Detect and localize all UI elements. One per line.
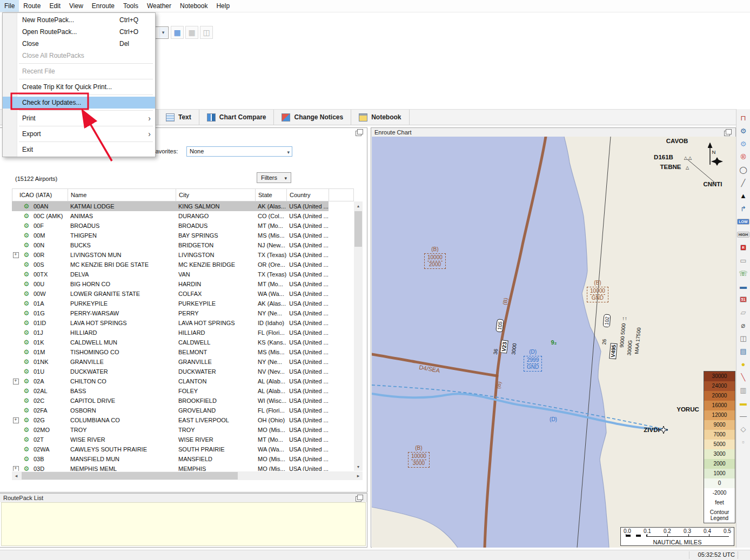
split-window-icon[interactable]: ◫: [738, 332, 749, 345]
enroute-chart-map[interactable]: CAVOBD161B△ △TEBNE△NCNNTI(B)(B)D4/SEA105…: [372, 137, 736, 548]
file-menu-item-close[interactable]: CloseDel: [3, 38, 155, 50]
vertical-scroll-thumb[interactable]: [354, 211, 362, 247]
phone-icon[interactable]: ☏: [738, 267, 749, 280]
highlighter-icon[interactable]: ▬: [738, 396, 749, 409]
airport-row-01k[interactable]: ⚙01KCALDWELL MUNCALDWELLKS (Kans...USA (…: [12, 338, 329, 347]
tab-text[interactable]: Text: [158, 110, 199, 125]
airport-row-00r[interactable]: +⚙00RLIVINGSTON MUNLIVINGSTONTX (Texas)U…: [12, 250, 329, 260]
expand-icon[interactable]: +: [13, 379, 19, 384]
file-menu-item-check-for-updates[interactable]: Check for Updates...: [3, 97, 155, 109]
combobox-arrow-icon[interactable]: [159, 28, 168, 38]
level-tool-icon[interactable]: ▬: [738, 280, 749, 293]
diamond-tool-icon[interactable]: ◇: [738, 422, 749, 435]
airport-row-02wa[interactable]: ⚙02WACAWLEYS SOUTH PRAIRIESOUTH PRAIRIEW…: [12, 444, 329, 454]
airport-row-03d[interactable]: +⚙03DMEMPHIS MEMLMEMPHISMO (Mis...USA (U…: [12, 464, 329, 471]
routepack-list-content[interactable]: [1, 502, 366, 546]
favorites-dropdown[interactable]: None: [186, 146, 292, 157]
range-circle-icon[interactable]: ◯: [738, 163, 749, 176]
file-menu-item-print[interactable]: Print›: [3, 112, 155, 124]
draw-line-icon[interactable]: ╱: [738, 176, 749, 189]
airport-row-01j[interactable]: ⚙01JHILLIARDHILLIARDFL (Flori...USA (Uni…: [12, 328, 329, 338]
red-pencil-icon[interactable]: ╲: [738, 370, 749, 383]
airport-row-00w[interactable]: ⚙00WLOWER GRANITE STATECOLFAXWA (Wa...US…: [12, 289, 329, 299]
profile-chart-icon[interactable]: ▤: [738, 345, 749, 357]
separator-line-icon[interactable]: —: [738, 409, 749, 422]
airport-row-02al[interactable]: ⚙02ALBASSFOLEYAL (Alab...USA (United ...: [12, 386, 329, 396]
toolbar-chart-tool-button[interactable]: ▦: [185, 26, 198, 39]
table-vertical-scrollbar[interactable]: [354, 201, 363, 471]
ruler-icon[interactable]: ▭: [738, 254, 749, 267]
airport-row-02c[interactable]: ⚙02CCAPITOL DRIVEBROOKFIELDWI (Wisc...US…: [12, 396, 329, 406]
file-menu-item-export[interactable]: Export›: [3, 128, 155, 140]
tab-change-notices[interactable]: Change Notices: [274, 110, 351, 125]
airport-row-01g[interactable]: ⚙01GPERRY-WARSAWPERRYNY (Ne...USA (Unite…: [12, 308, 329, 318]
menu-enroute[interactable]: Enroute: [88, 0, 119, 12]
expand-icon[interactable]: +: [13, 417, 19, 423]
route-tool-icon[interactable]: ↱: [738, 202, 749, 215]
registered-symbol-icon[interactable]: ®: [738, 150, 749, 163]
menu-file[interactable]: File: [0, 0, 19, 12]
north-arrow-icon[interactable]: ▲: [738, 189, 749, 202]
horizontal-scroll-thumb[interactable]: [22, 472, 238, 480]
small-box-icon[interactable]: ▫: [738, 435, 749, 448]
menu-tools[interactable]: Tools: [119, 0, 143, 12]
column-header-city[interactable]: City: [176, 189, 256, 201]
menu-view[interactable]: View: [65, 0, 88, 12]
column-header-country[interactable]: Country: [287, 189, 329, 201]
row-expand-cell[interactable]: +: [12, 466, 19, 471]
high-altitude-chart-icon[interactable]: HIGH: [738, 228, 749, 241]
menu-route[interactable]: Route: [19, 0, 45, 12]
float-window-icon[interactable]: [724, 131, 730, 136]
airport-row-00m[interactable]: ⚙00MTHIGPENBAY SPRINGSMS (Mis...USA (Uni…: [12, 231, 329, 240]
grid-tool-icon[interactable]: ▥: [738, 383, 749, 396]
column-header-state[interactable]: State: [256, 189, 287, 201]
airport-row-00s[interactable]: ⚙00SMC KENZIE BRI DGE STATEMC KENZIE BRI…: [12, 260, 329, 269]
notes-51-icon[interactable]: 51: [738, 293, 749, 306]
column-header-icao-iata[interactable]: ICAO (IATA): [12, 189, 68, 201]
tab-chart-compare[interactable]: Chart Compare: [199, 110, 274, 125]
toolbar-layers-tool-button[interactable]: ◫: [200, 26, 213, 39]
route-settings-icon[interactable]: ⚙: [738, 124, 749, 137]
magnet-icon[interactable]: ⊓: [738, 111, 749, 124]
airport-row-00c-amk[interactable]: ⚙00C (AMK)ANIMASDURANGOCO (Col...USA (Un…: [12, 211, 329, 221]
airport-row-02g[interactable]: +⚙02GCOLUMBIANA COEAST LIVERPOOLOH (Ohio…: [12, 415, 329, 425]
low-altitude-chart-icon[interactable]: LOW: [738, 215, 749, 228]
yellow-marker-icon[interactable]: ●: [738, 357, 749, 370]
airport-row-02mo[interactable]: ⚙02MOTROYTROYMO (Mis...USA (United ...: [12, 425, 329, 435]
eraser-icon[interactable]: ▱: [738, 306, 749, 319]
scroll-right-icon[interactable]: [354, 471, 363, 480]
airport-row-01u[interactable]: ⚙01UDUCKWATERDUCKWATERNV (Nev...USA (Uni…: [12, 367, 329, 376]
airport-row-00u[interactable]: ⚙00UBIG HORN COHARDINMT (Mo...USA (Unite…: [12, 279, 329, 289]
scroll-up-icon[interactable]: [354, 201, 363, 210]
row-expand-cell[interactable]: +: [12, 252, 19, 258]
row-expand-cell[interactable]: +: [12, 417, 19, 423]
diameter-tool-icon[interactable]: ⌀: [738, 319, 749, 332]
airport-row-01m[interactable]: ⚙01MTISHOMINGO COBELMONTMS (Mis...USA (U…: [12, 347, 329, 357]
float-window-icon[interactable]: [356, 496, 361, 502]
filters-button[interactable]: Filters: [257, 172, 291, 183]
chart-settings-icon[interactable]: ⚙: [738, 137, 749, 150]
airport-row-02t[interactable]: ⚙02TWISE RIVERWISE RIVERMT (Mo...USA (Un…: [12, 435, 329, 444]
airport-row-01nk[interactable]: ⚙01NKGRANVILLEGRANVILLENY (Ne...USA (Uni…: [12, 357, 329, 367]
menu-help[interactable]: Help: [212, 0, 234, 12]
tab-notebook[interactable]: Notebook: [351, 110, 409, 125]
airport-row-02fa[interactable]: ⚙02FAOSBORNGROVELANDFL (Flori...USA (Uni…: [12, 406, 329, 415]
airport-row-01a[interactable]: ⚙01APURKEYPILEPURKEYPILEAK (Alas...USA (…: [12, 299, 329, 308]
menu-edit[interactable]: Edit: [45, 0, 65, 12]
toolbar-map-view-button[interactable]: ▦: [171, 26, 184, 39]
airport-row-00tx[interactable]: ⚙00TXDELVAVANTX (Texas)USA (United ...: [12, 269, 329, 279]
column-header-name[interactable]: Name: [68, 189, 176, 201]
airport-row-02a[interactable]: +⚙02ACHILTON COCLANTONAL (Alab...USA (Un…: [12, 376, 329, 386]
file-menu-item-exit[interactable]: Exit: [3, 144, 155, 156]
menu-notebook[interactable]: Notebook: [176, 0, 212, 12]
airport-row-01id[interactable]: ⚙01IDLAVA HOT SPRINGSLAVA HOT SPRINGSID …: [12, 318, 329, 328]
file-menu-item-create-trip-kit-for-quick-print[interactable]: Create Trip Kit for Quick Print...: [3, 81, 155, 93]
file-menu-item-open-routepack[interactable]: Open RoutePack...Ctrl+O: [3, 26, 155, 38]
registered-chart-icon[interactable]: R: [738, 241, 749, 254]
row-expand-cell[interactable]: +: [12, 379, 19, 384]
file-menu-item-new-routepack[interactable]: New RoutePack...Ctrl+Q: [3, 14, 155, 26]
float-window-icon[interactable]: [356, 131, 361, 136]
airport-row-00f[interactable]: ⚙00FBROADUSBROADUSMT (Mo...USA (United .…: [12, 221, 329, 231]
scroll-left-icon[interactable]: [12, 471, 21, 480]
airport-row-03b[interactable]: ⚙03BMANSFIELD MUNMANSFIELDMO (Mis...USA …: [12, 454, 329, 464]
